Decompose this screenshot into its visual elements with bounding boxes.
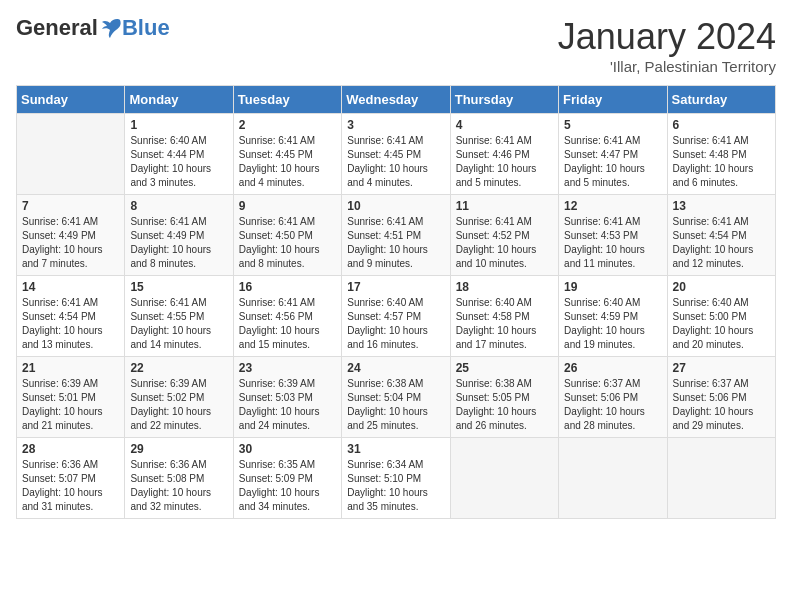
calendar-cell: 17Sunrise: 6:40 AMSunset: 4:57 PMDayligh… [342, 276, 450, 357]
day-info: Sunrise: 6:41 AMSunset: 4:54 PMDaylight:… [22, 296, 119, 352]
calendar-cell: 8Sunrise: 6:41 AMSunset: 4:49 PMDaylight… [125, 195, 233, 276]
day-info: Sunrise: 6:35 AMSunset: 5:09 PMDaylight:… [239, 458, 336, 514]
day-info: Sunrise: 6:40 AMSunset: 4:58 PMDaylight:… [456, 296, 553, 352]
calendar-cell: 9Sunrise: 6:41 AMSunset: 4:50 PMDaylight… [233, 195, 341, 276]
col-header-monday: Monday [125, 86, 233, 114]
day-info: Sunrise: 6:38 AMSunset: 5:04 PMDaylight:… [347, 377, 444, 433]
day-number: 23 [239, 361, 336, 375]
day-info: Sunrise: 6:41 AMSunset: 4:45 PMDaylight:… [239, 134, 336, 190]
day-info: Sunrise: 6:36 AMSunset: 5:08 PMDaylight:… [130, 458, 227, 514]
page-header: General Blue January 2024 'Illar, Palest… [16, 16, 776, 75]
calendar-cell: 15Sunrise: 6:41 AMSunset: 4:55 PMDayligh… [125, 276, 233, 357]
calendar-cell: 6Sunrise: 6:41 AMSunset: 4:48 PMDaylight… [667, 114, 775, 195]
calendar-cell: 22Sunrise: 6:39 AMSunset: 5:02 PMDayligh… [125, 357, 233, 438]
day-number: 8 [130, 199, 227, 213]
day-number: 20 [673, 280, 770, 294]
day-info: Sunrise: 6:41 AMSunset: 4:50 PMDaylight:… [239, 215, 336, 271]
day-number: 30 [239, 442, 336, 456]
calendar-cell: 28Sunrise: 6:36 AMSunset: 5:07 PMDayligh… [17, 438, 125, 519]
month-title: January 2024 [558, 16, 776, 58]
calendar-cell: 26Sunrise: 6:37 AMSunset: 5:06 PMDayligh… [559, 357, 667, 438]
calendar-cell [17, 114, 125, 195]
day-info: Sunrise: 6:40 AMSunset: 5:00 PMDaylight:… [673, 296, 770, 352]
calendar-cell: 31Sunrise: 6:34 AMSunset: 5:10 PMDayligh… [342, 438, 450, 519]
calendar-cell: 16Sunrise: 6:41 AMSunset: 4:56 PMDayligh… [233, 276, 341, 357]
day-number: 4 [456, 118, 553, 132]
calendar-cell: 18Sunrise: 6:40 AMSunset: 4:58 PMDayligh… [450, 276, 558, 357]
calendar-cell: 25Sunrise: 6:38 AMSunset: 5:05 PMDayligh… [450, 357, 558, 438]
calendar-cell: 4Sunrise: 6:41 AMSunset: 4:46 PMDaylight… [450, 114, 558, 195]
day-info: Sunrise: 6:41 AMSunset: 4:51 PMDaylight:… [347, 215, 444, 271]
day-number: 12 [564, 199, 661, 213]
day-info: Sunrise: 6:39 AMSunset: 5:02 PMDaylight:… [130, 377, 227, 433]
day-number: 9 [239, 199, 336, 213]
calendar-cell: 10Sunrise: 6:41 AMSunset: 4:51 PMDayligh… [342, 195, 450, 276]
logo-blue-text: Blue [122, 16, 170, 40]
col-header-wednesday: Wednesday [342, 86, 450, 114]
day-number: 22 [130, 361, 227, 375]
day-info: Sunrise: 6:39 AMSunset: 5:03 PMDaylight:… [239, 377, 336, 433]
calendar-cell [450, 438, 558, 519]
day-info: Sunrise: 6:41 AMSunset: 4:53 PMDaylight:… [564, 215, 661, 271]
calendar-table: SundayMondayTuesdayWednesdayThursdayFrid… [16, 85, 776, 519]
day-info: Sunrise: 6:37 AMSunset: 5:06 PMDaylight:… [564, 377, 661, 433]
day-number: 11 [456, 199, 553, 213]
day-info: Sunrise: 6:41 AMSunset: 4:48 PMDaylight:… [673, 134, 770, 190]
day-info: Sunrise: 6:40 AMSunset: 4:57 PMDaylight:… [347, 296, 444, 352]
calendar-cell: 23Sunrise: 6:39 AMSunset: 5:03 PMDayligh… [233, 357, 341, 438]
calendar-cell: 20Sunrise: 6:40 AMSunset: 5:00 PMDayligh… [667, 276, 775, 357]
title-block: January 2024 'Illar, Palestinian Territo… [558, 16, 776, 75]
day-info: Sunrise: 6:41 AMSunset: 4:55 PMDaylight:… [130, 296, 227, 352]
day-info: Sunrise: 6:37 AMSunset: 5:06 PMDaylight:… [673, 377, 770, 433]
day-number: 14 [22, 280, 119, 294]
day-number: 16 [239, 280, 336, 294]
day-number: 19 [564, 280, 661, 294]
calendar-cell: 11Sunrise: 6:41 AMSunset: 4:52 PMDayligh… [450, 195, 558, 276]
calendar-cell: 29Sunrise: 6:36 AMSunset: 5:08 PMDayligh… [125, 438, 233, 519]
day-number: 17 [347, 280, 444, 294]
day-number: 24 [347, 361, 444, 375]
day-number: 18 [456, 280, 553, 294]
day-info: Sunrise: 6:41 AMSunset: 4:47 PMDaylight:… [564, 134, 661, 190]
logo: General Blue [16, 16, 170, 40]
col-header-tuesday: Tuesday [233, 86, 341, 114]
day-info: Sunrise: 6:39 AMSunset: 5:01 PMDaylight:… [22, 377, 119, 433]
calendar-cell: 13Sunrise: 6:41 AMSunset: 4:54 PMDayligh… [667, 195, 775, 276]
calendar-cell: 2Sunrise: 6:41 AMSunset: 4:45 PMDaylight… [233, 114, 341, 195]
day-number: 5 [564, 118, 661, 132]
day-number: 10 [347, 199, 444, 213]
day-number: 25 [456, 361, 553, 375]
calendar-cell: 27Sunrise: 6:37 AMSunset: 5:06 PMDayligh… [667, 357, 775, 438]
day-number: 13 [673, 199, 770, 213]
calendar-cell: 19Sunrise: 6:40 AMSunset: 4:59 PMDayligh… [559, 276, 667, 357]
logo-bird-icon [100, 18, 122, 38]
day-number: 21 [22, 361, 119, 375]
day-number: 1 [130, 118, 227, 132]
calendar-cell: 14Sunrise: 6:41 AMSunset: 4:54 PMDayligh… [17, 276, 125, 357]
day-number: 2 [239, 118, 336, 132]
calendar-cell: 5Sunrise: 6:41 AMSunset: 4:47 PMDaylight… [559, 114, 667, 195]
calendar-cell: 30Sunrise: 6:35 AMSunset: 5:09 PMDayligh… [233, 438, 341, 519]
day-number: 7 [22, 199, 119, 213]
col-header-sunday: Sunday [17, 86, 125, 114]
day-number: 26 [564, 361, 661, 375]
day-number: 15 [130, 280, 227, 294]
calendar-cell: 7Sunrise: 6:41 AMSunset: 4:49 PMDaylight… [17, 195, 125, 276]
day-info: Sunrise: 6:41 AMSunset: 4:54 PMDaylight:… [673, 215, 770, 271]
calendar-cell: 12Sunrise: 6:41 AMSunset: 4:53 PMDayligh… [559, 195, 667, 276]
day-info: Sunrise: 6:41 AMSunset: 4:49 PMDaylight:… [130, 215, 227, 271]
day-number: 3 [347, 118, 444, 132]
logo-general-text: General [16, 16, 98, 40]
col-header-friday: Friday [559, 86, 667, 114]
calendar-cell: 1Sunrise: 6:40 AMSunset: 4:44 PMDaylight… [125, 114, 233, 195]
col-header-thursday: Thursday [450, 86, 558, 114]
calendar-cell [559, 438, 667, 519]
day-number: 27 [673, 361, 770, 375]
day-info: Sunrise: 6:36 AMSunset: 5:07 PMDaylight:… [22, 458, 119, 514]
day-info: Sunrise: 6:41 AMSunset: 4:49 PMDaylight:… [22, 215, 119, 271]
location-title: 'Illar, Palestinian Territory [558, 58, 776, 75]
calendar-cell: 24Sunrise: 6:38 AMSunset: 5:04 PMDayligh… [342, 357, 450, 438]
calendar-cell: 21Sunrise: 6:39 AMSunset: 5:01 PMDayligh… [17, 357, 125, 438]
day-number: 6 [673, 118, 770, 132]
day-number: 28 [22, 442, 119, 456]
